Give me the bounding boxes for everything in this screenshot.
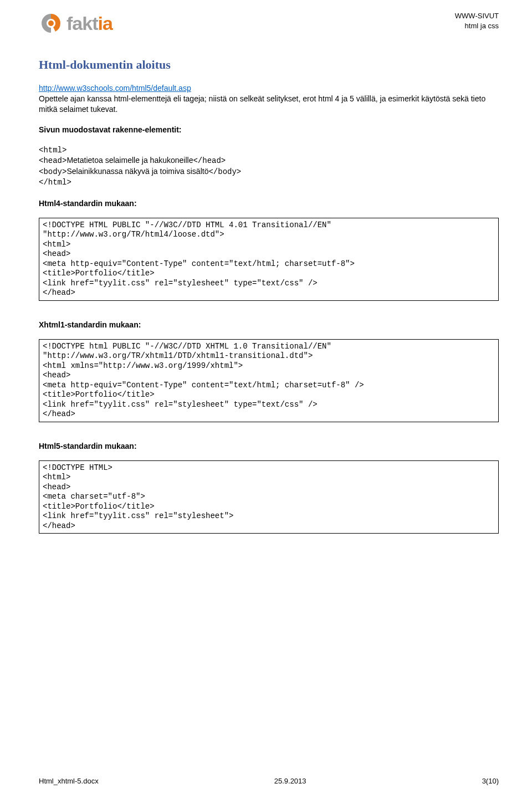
- xhtml1-heading: Xhtml1-standardin mukaan:: [39, 320, 499, 329]
- footer-right: 3(10): [482, 777, 499, 785]
- code-html5: <!DOCTYPE HTML> <html> <head> <meta char…: [39, 460, 499, 534]
- page-title: Html-dokumentin aloitus: [39, 58, 499, 72]
- svg-point-0: [48, 21, 54, 26]
- brand-gray: fakt: [66, 13, 98, 34]
- header-line-2: html ja css: [455, 21, 499, 31]
- brand-orange: ia: [98, 13, 112, 34]
- struct-l2-open: <head>: [39, 156, 66, 165]
- page-header: faktia WWW-SIVUT html ja css: [39, 11, 499, 35]
- logo-mark-icon: [39, 11, 63, 35]
- w3schools-link[interactable]: http://www.w3schools.com/html5/default.a…: [39, 84, 191, 93]
- struct-l1: <html>: [39, 146, 66, 155]
- struct-block: Sivun muodostavat rakenne-elementit: <ht…: [39, 125, 499, 188]
- footer-left: Html_xhtml-5.docx: [39, 777, 99, 785]
- header-right-text: WWW-SIVUT html ja css: [455, 11, 499, 30]
- brand-name: faktia: [66, 13, 112, 34]
- intro-text: Opettele ajan kanssa html-elementtejä el…: [39, 94, 485, 114]
- struct-l3-close: </body>: [208, 167, 241, 176]
- struct-heading: Sivun muodostavat rakenne-elementit:: [39, 125, 499, 135]
- struct-l2-text: Metatietoa selaimelle ja hakukoneille: [66, 156, 193, 165]
- struct-l2-close: </head>: [193, 156, 226, 165]
- logo: faktia: [39, 11, 112, 35]
- html5-heading: Html5-standardin mukaan:: [39, 442, 499, 450]
- code-html4: <!DOCTYPE HTML PUBLIC "-//W3C//DTD HTML …: [39, 218, 499, 301]
- struct-l3-text: Selainikkunassa näkyvä ja toimiva sisält…: [66, 167, 208, 176]
- html4-heading: Html4-standardin mukaan:: [39, 199, 499, 208]
- struct-l3-open: <body>: [39, 167, 66, 176]
- header-line-1: WWW-SIVUT: [455, 11, 499, 21]
- code-xhtml1: <!DOCTYPE html PUBLIC "-//W3C//DTD XHTML…: [39, 339, 499, 422]
- page-footer: Html_xhtml-5.docx 25.9.2013 3(10): [39, 777, 499, 785]
- footer-center: 25.9.2013: [274, 777, 306, 785]
- struct-l4: </html>: [39, 178, 71, 187]
